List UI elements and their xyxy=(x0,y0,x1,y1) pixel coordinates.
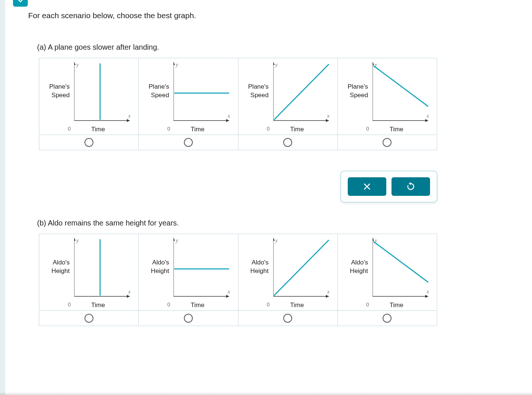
x-axis-label: Time xyxy=(390,302,403,309)
svg-marker-11 xyxy=(273,62,275,65)
reset-button[interactable] xyxy=(391,177,430,196)
origin-label: 0 xyxy=(366,302,369,307)
option-b2-cell: Aldo'sHeight y x 0 Time xyxy=(139,234,238,310)
svg-marker-16 xyxy=(373,62,374,65)
option-b4-cell: Aldo'sHeight y x 0 Time xyxy=(338,234,437,310)
radio-b4[interactable] xyxy=(383,314,391,323)
close-button[interactable] xyxy=(348,177,386,196)
y-axis-label: Plane'sSpeed xyxy=(343,83,368,100)
svg-line-19 xyxy=(373,66,428,106)
y-axis-label: Plane'sSpeed xyxy=(144,83,169,100)
svg-marker-36 xyxy=(326,295,329,298)
part-b-label: (b) Aldo remains the same height for yea… xyxy=(37,219,179,227)
origin-label: 0 xyxy=(366,126,369,132)
option-a1-cell: Plane'sSpeed y x 0 Time xyxy=(39,58,139,135)
x-axis-label: Time xyxy=(290,126,304,133)
x-axis-label: Time xyxy=(290,302,304,309)
graph-b1 xyxy=(74,238,133,300)
option-b1-radio-cell xyxy=(39,310,139,326)
question-prompt: For each scenario below, choose the best… xyxy=(28,11,196,20)
radio-a2[interactable] xyxy=(184,138,193,147)
option-a3-cell: Plane'sSpeed y x 0 Time xyxy=(238,58,338,135)
option-a2-cell: Plane'sSpeed y x 0 Time xyxy=(139,58,238,135)
left-margin-stripe xyxy=(0,0,5,395)
graph-b3 xyxy=(273,238,333,300)
svg-marker-3 xyxy=(127,119,130,122)
y-axis-label: Plane'sSpeed xyxy=(44,83,70,100)
graph-a4 xyxy=(373,62,432,124)
svg-marker-26 xyxy=(127,295,130,298)
option-b2-radio-cell xyxy=(139,310,238,326)
x-axis-label: Time xyxy=(91,126,105,133)
part-a-label: (a) A plane goes slower after landing. xyxy=(37,43,159,52)
options-group-b: Aldo'sHeight y x 0 Time Aldo'sHeight y x… xyxy=(39,234,437,326)
option-a1-radio-cell xyxy=(39,135,139,150)
options-group-a: Plane'sSpeed y x 0 Time Plane'sSpeed y x… xyxy=(39,58,437,150)
y-axis-label: Aldo'sHeight xyxy=(343,259,368,276)
origin-label: 0 xyxy=(167,302,170,307)
option-a3-radio-cell xyxy=(238,135,338,150)
close-icon xyxy=(363,182,371,191)
svg-marker-29 xyxy=(174,238,175,241)
svg-marker-24 xyxy=(74,238,76,241)
x-axis-label: Time xyxy=(191,126,204,133)
radio-b2[interactable] xyxy=(184,314,193,323)
svg-marker-13 xyxy=(326,119,329,122)
origin-label: 0 xyxy=(68,126,71,132)
option-b4-radio-cell xyxy=(338,310,437,326)
chevron-down-icon xyxy=(16,0,24,4)
y-axis-label: Aldo'sHeight xyxy=(244,259,269,276)
option-a2-radio-cell xyxy=(139,135,238,150)
graph-a3 xyxy=(273,62,333,124)
graph-b2 xyxy=(174,238,233,300)
bottom-edge-shadow xyxy=(0,392,532,395)
graph-a1 xyxy=(74,62,133,124)
svg-marker-39 xyxy=(373,238,374,241)
option-b3-cell: Aldo'sHeight y x 0 Time xyxy=(238,234,338,310)
svg-marker-34 xyxy=(273,238,275,241)
origin-label: 0 xyxy=(167,126,170,132)
reset-icon xyxy=(406,182,415,191)
x-axis-label: Time xyxy=(91,302,105,309)
svg-marker-8 xyxy=(226,119,229,122)
radio-a1[interactable] xyxy=(85,138,93,147)
svg-marker-31 xyxy=(226,295,229,298)
radio-b3[interactable] xyxy=(283,314,292,323)
radio-b1[interactable] xyxy=(85,314,93,323)
svg-marker-18 xyxy=(425,119,428,122)
option-a4-radio-cell xyxy=(338,135,437,150)
origin-label: 0 xyxy=(267,126,270,132)
expand-toggle-badge[interactable] xyxy=(13,0,28,7)
origin-label: 0 xyxy=(68,302,71,307)
graph-b4 xyxy=(373,238,432,300)
option-a4-cell: Plane'sSpeed y x 0 Time xyxy=(338,58,437,135)
svg-line-14 xyxy=(274,64,329,120)
action-buttons-card xyxy=(340,171,437,203)
y-axis-label: Plane'sSpeed xyxy=(244,83,269,100)
y-axis-label: Aldo'sHeight xyxy=(144,259,169,276)
svg-marker-41 xyxy=(425,295,428,298)
option-b1-cell: Aldo'sHeight y x 0 Time xyxy=(39,234,139,310)
origin-label: 0 xyxy=(267,302,270,307)
svg-line-42 xyxy=(373,241,428,282)
radio-a3[interactable] xyxy=(283,138,292,147)
graph-a2 xyxy=(174,62,233,124)
x-axis-label: Time xyxy=(390,126,403,133)
x-axis-label: Time xyxy=(191,302,204,309)
y-axis-label: Aldo'sHeight xyxy=(44,259,70,276)
option-b3-radio-cell xyxy=(238,310,338,326)
svg-marker-22 xyxy=(409,182,411,185)
svg-line-37 xyxy=(274,240,329,296)
radio-a4[interactable] xyxy=(383,138,391,147)
